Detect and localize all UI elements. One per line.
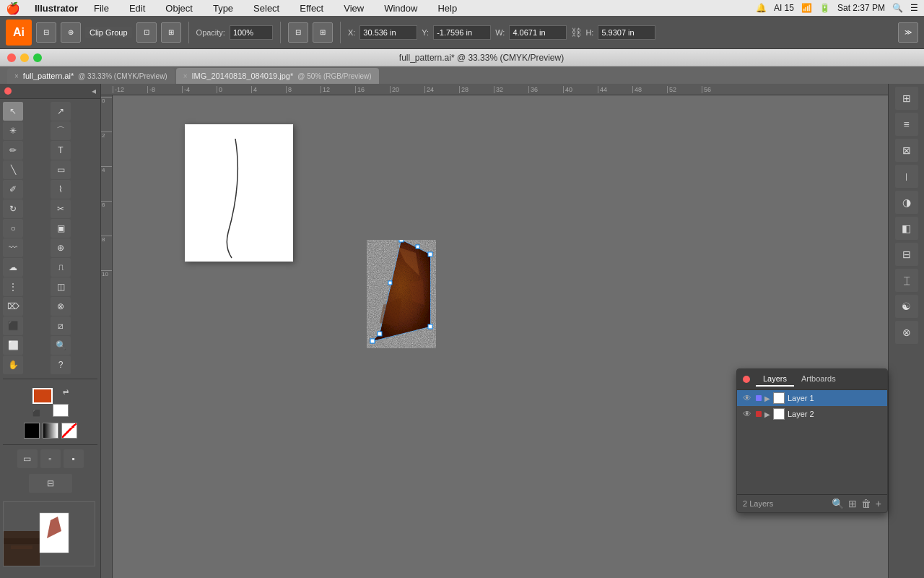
line-tool-btn[interactable]: ╲ <box>3 160 23 179</box>
stroke-panel-btn[interactable]: | <box>895 165 918 188</box>
menu-type[interactable]: Type <box>209 1 237 15</box>
menu-view[interactable]: View <box>339 1 368 15</box>
h-input[interactable] <box>598 25 655 40</box>
gradient-tool-btn[interactable]: ◫ <box>51 277 71 296</box>
layers-delete-btn[interactable]: 🗑 <box>861 498 871 509</box>
list-icon[interactable]: ☰ <box>910 3 918 13</box>
direct-selection-tool-btn[interactable]: ↗ <box>51 102 71 121</box>
symbols-panel-btn[interactable]: ☯ <box>895 295 918 318</box>
color-panel-btn[interactable]: ◑ <box>895 191 918 214</box>
toolbox-close-btn[interactable] <box>4 87 12 95</box>
extra-tool-btn[interactable]: ? <box>51 355 71 374</box>
w-input[interactable] <box>509 25 567 40</box>
menu-effect[interactable]: Effect <box>295 1 328 15</box>
layers-panel-close-btn[interactable] <box>743 376 750 383</box>
live-paint-btn[interactable]: ⬛ <box>3 316 23 335</box>
pathfinder-panel-btn[interactable]: ⊠ <box>895 139 918 162</box>
transform-panel-btn[interactable]: ⊞ <box>895 87 918 110</box>
menu-edit[interactable]: Edit <box>125 1 149 15</box>
align-options-btn[interactable]: ⊟ <box>288 22 308 43</box>
window-maximize-btn[interactable] <box>33 53 42 62</box>
tab-img[interactable]: × IMG_20140818_084019.jpg* @ 50% (RGB/Pr… <box>176 68 379 84</box>
selection-tool-btn[interactable]: ↖ <box>3 102 23 121</box>
tab1-close[interactable]: × <box>14 72 19 80</box>
screen-mode-btn[interactable]: ⊟ <box>29 474 72 493</box>
menu-window[interactable]: Window <box>380 1 422 15</box>
pen-tool-btn[interactable]: ✏ <box>3 141 23 160</box>
solid-color-btn[interactable] <box>24 423 40 439</box>
none-btn[interactable] <box>61 423 77 439</box>
hand-tool-btn[interactable]: ✋ <box>3 355 23 374</box>
artboards-tab[interactable]: Artboards <box>794 372 843 387</box>
mesh-tool-btn[interactable]: ⋮ <box>3 277 23 296</box>
slice-tool-btn[interactable]: ⧄ <box>51 316 71 335</box>
menu-help[interactable]: Help <box>433 1 461 15</box>
magic-wand-tool-btn[interactable]: ✳ <box>3 121 23 140</box>
draw-behind-btn[interactable]: ▫ <box>40 449 61 468</box>
transform-shape-btn[interactable]: ⊞ <box>161 22 181 43</box>
eraser-tool-btn[interactable]: ⬜ <box>3 336 23 355</box>
scissors-tool-btn[interactable]: ✂ <box>51 199 71 218</box>
layers-add-btn[interactable]: + <box>876 498 881 509</box>
more-options-btn[interactable]: ≫ <box>898 22 918 43</box>
layer1-expand-btn[interactable]: ▶ <box>764 394 770 402</box>
gradient-btn[interactable] <box>43 423 58 439</box>
toolbox-collapse-btn[interactable]: ◂ <box>92 86 96 96</box>
tab-full-pattern[interactable]: × full_pattern.ai* @ 33.33% (CMYK/Previe… <box>7 68 175 84</box>
layers-search-btn[interactable]: 🔍 <box>832 498 844 509</box>
type-tool-btn[interactable]: T <box>51 141 71 160</box>
transform-target-btn[interactable]: ⊡ <box>136 22 157 43</box>
wifi-icon: 📶 <box>801 3 812 13</box>
layer1-visibility-icon[interactable]: 👁 <box>741 392 753 404</box>
window-close-btn[interactable] <box>7 53 16 62</box>
column-graph-btn[interactable]: ⎍ <box>51 258 71 277</box>
layer2-expand-btn[interactable]: ▶ <box>764 410 770 418</box>
layer2-visibility-icon[interactable]: 👁 <box>741 408 753 420</box>
pencil-tool-btn[interactable]: ✐ <box>3 180 23 199</box>
artboard-tool-btn[interactable]: ▣ <box>51 219 71 238</box>
reset-colors-btn[interactable]: ⬛ <box>32 410 40 417</box>
symbol-sprayer-btn[interactable]: ☁ <box>3 258 23 277</box>
layers-tab[interactable]: Layers <box>756 372 794 387</box>
background-color-swatch[interactable] <box>53 404 69 417</box>
grid-btn[interactable]: ⊞ <box>313 22 333 43</box>
blend-tool-btn[interactable]: ⊗ <box>51 297 71 316</box>
draw-normal-btn[interactable]: ▭ <box>17 449 38 468</box>
layers-panel-options-btn[interactable]: ⊞ <box>848 498 857 509</box>
graphic-styles-btn[interactable]: ⊗ <box>895 321 918 344</box>
color-guide-btn[interactable]: ◧ <box>895 217 918 240</box>
brush-panel-btn[interactable]: ⌶ <box>895 269 918 292</box>
menu-file[interactable]: File <box>90 1 113 15</box>
link-proportions-icon[interactable]: ⛓ <box>571 27 581 38</box>
clip-group-label: Clip Group <box>85 27 132 38</box>
swatch-panel-btn[interactable]: ⊟ <box>895 243 918 266</box>
swap-colors-btn[interactable]: ⇄ <box>63 388 69 396</box>
y-input[interactable] <box>433 25 491 40</box>
window-minimize-btn[interactable] <box>20 53 29 62</box>
transform-option-btn[interactable]: ⊕ <box>61 22 81 43</box>
transform-mode-btn[interactable]: ⊟ <box>36 22 56 43</box>
menu-select[interactable]: Select <box>249 1 284 15</box>
layer-row-2[interactable]: 👁 ▶ Layer 2 <box>737 406 887 422</box>
selected-shape-container[interactable] <box>358 240 445 350</box>
warp-tool-btn[interactable]: 〰 <box>3 238 23 257</box>
zoom-tool-btn[interactable]: 🔍 <box>51 336 71 355</box>
rectangle-tool-btn[interactable]: ▭ <box>51 160 71 179</box>
foreground-color-swatch[interactable] <box>32 388 53 404</box>
lasso-tool-btn[interactable]: ⌒ <box>51 121 71 140</box>
apple-menu[interactable]: 🍎 <box>6 1 20 15</box>
brush-tool-btn[interactable]: ⌇ <box>51 180 71 199</box>
layer-row-1[interactable]: 👁 ▶ Layer 1 <box>737 390 887 406</box>
rotate-tool-btn[interactable]: ↻ <box>3 199 23 218</box>
x-input[interactable] <box>359 25 417 40</box>
eyedropper-tool-btn[interactable]: ⌦ <box>3 297 23 316</box>
opacity-input[interactable] <box>230 25 273 40</box>
menu-object[interactable]: Object <box>161 1 197 15</box>
align-panel-btn[interactable]: ≡ <box>895 113 918 136</box>
draw-inside-btn[interactable]: ▪ <box>64 449 84 468</box>
ellipse-tool-btn[interactable]: ○ <box>3 219 23 238</box>
selected-shape-svg[interactable] <box>358 240 445 348</box>
free-transform-tool-btn[interactable]: ⊕ <box>51 238 71 257</box>
spotlight-icon[interactable]: 🔍 <box>892 3 903 13</box>
tab2-close[interactable]: × <box>183 72 188 80</box>
